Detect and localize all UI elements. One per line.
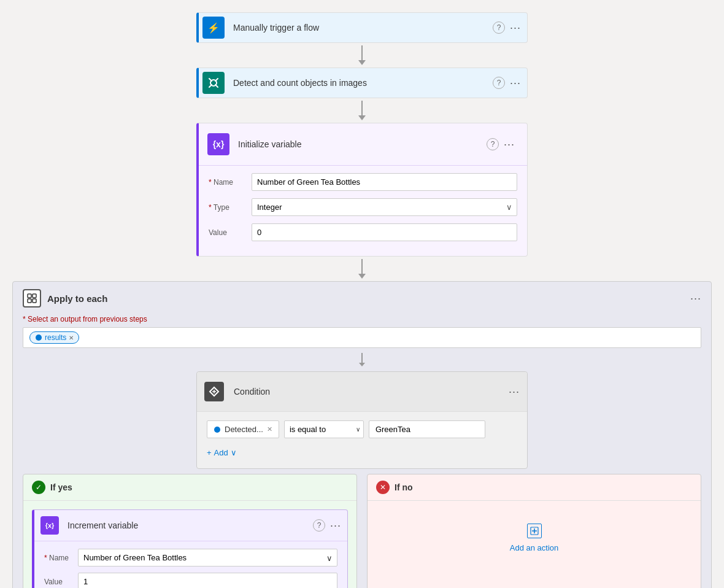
branch-yes: ✓ If yes {x} Increment variable ? ··· (23, 474, 357, 588)
value-field-label: Value (209, 228, 252, 237)
init-var-icon: {x} (207, 133, 229, 155)
condition-operator-wrap: is equal to is not equal to contains doe… (284, 420, 364, 438)
trigger-more-button[interactable]: ··· (510, 22, 521, 33)
increment-var-header: {x} Increment variable ? ··· (34, 510, 347, 541)
condition-more-button[interactable]: ··· (509, 386, 520, 397)
branch-no-icon: ✕ (376, 481, 390, 494)
trigger-help-button[interactable]: ? (493, 21, 505, 34)
branch-yes-header: ✓ If yes (23, 474, 356, 501)
detect-step: Detect and count objects in images ? ··· (196, 68, 528, 98)
name-field-row: Name (209, 173, 517, 191)
condition-operator-select[interactable]: is equal to is not equal to contains doe… (284, 420, 364, 438)
flow-canvas: ⚡ Manually trigger a flow ? ··· Detect (0, 0, 724, 588)
branch-no-header: ✕ If no (368, 474, 701, 501)
branch-no: ✕ If no (367, 474, 701, 588)
value-field-row: Value (209, 223, 517, 241)
output-box: results ✕ (23, 327, 701, 348)
condition-chip-close[interactable]: ✕ (267, 425, 272, 433)
init-var-title: Initialize variable (233, 131, 487, 158)
init-var-actions: ? ··· (487, 138, 521, 150)
type-field-label: Type (209, 203, 252, 212)
trigger-icon-wrap: ⚡ (199, 13, 228, 42)
inc-name-select[interactable]: Number of Green Tea Bottles (78, 549, 337, 567)
branch-yes-label: If yes (50, 482, 72, 492)
condition-body: Detected... ✕ is equal to is not equal t… (197, 412, 527, 468)
arrow-2 (358, 98, 366, 123)
inner-arrow-1-line (361, 353, 363, 363)
svg-point-8 (214, 427, 220, 433)
trigger-actions: ? ··· (493, 21, 527, 34)
condition-chip[interactable]: Detected... ✕ (207, 420, 279, 438)
branch-yes-body: {x} Increment variable ? ··· Name (23, 501, 356, 588)
svg-rect-4 (33, 299, 36, 303)
value-field-input[interactable] (252, 223, 517, 241)
apply-each-title: Apply to each (47, 293, 684, 304)
detect-label: Detect and count objects in images (228, 69, 493, 96)
apply-each-container: Apply to each ··· * Select an output fro… (12, 281, 712, 588)
svg-rect-1 (28, 294, 31, 298)
increment-var-help-button[interactable]: ? (313, 519, 325, 532)
inc-name-label: Name (44, 554, 78, 562)
increment-var-title: Increment variable (64, 520, 308, 530)
branches-container: ✓ If yes {x} Increment variable ? ··· (23, 474, 701, 588)
inc-name-select-wrap: Number of Green Tea Bottles ∨ (78, 549, 337, 567)
svg-rect-2 (33, 294, 36, 298)
increment-var-icon: {x} (40, 516, 59, 535)
increment-var-more-button[interactable]: ··· (330, 520, 341, 531)
detect-icon-wrap (199, 68, 228, 98)
no-add-action-label: Add an action (510, 543, 559, 552)
condition-icon (204, 382, 224, 401)
init-var-help-button[interactable]: ? (487, 138, 499, 150)
inc-value-field-row: Value (44, 573, 337, 588)
condition-add-button[interactable]: + Add ∨ (207, 446, 237, 460)
inner-arrow-1-head (359, 363, 365, 366)
condition-row-1: Detected... ✕ is equal to is not equal t… (207, 420, 517, 438)
init-var-header: {x} Initialize variable ? ··· (199, 123, 527, 166)
detect-actions: ? ··· (493, 77, 527, 89)
results-tag: results ✕ (29, 331, 79, 344)
apply-each-header: Apply to each ··· (13, 282, 711, 315)
results-tag-close[interactable]: ✕ (69, 335, 74, 341)
detect-more-button[interactable]: ··· (510, 77, 521, 88)
apply-each-body: * Select an output from previous steps r… (13, 315, 711, 588)
condition-add-chevron: ∨ (231, 448, 237, 457)
svg-rect-3 (28, 299, 31, 303)
init-var-more-button[interactable]: ··· (504, 139, 515, 150)
condition-header: Condition ··· (197, 372, 527, 412)
branch-no-body: Add an action (368, 501, 701, 574)
branch-no-label: If no (395, 482, 413, 492)
init-var-icon-wrap: {x} (204, 130, 233, 159)
detect-help-button[interactable]: ? (493, 77, 505, 89)
apply-each-more-button[interactable]: ··· (690, 293, 701, 304)
type-field-row: Type Integer String Boolean Float Array … (209, 198, 517, 216)
type-field-select[interactable]: Integer String Boolean Float Array Objec… (252, 198, 517, 216)
condition-add-label: Add (214, 448, 228, 457)
init-var-step: {x} Initialize variable ? ··· Name Type … (196, 123, 528, 257)
arrow-1 (358, 43, 366, 68)
increment-var-body: Name Number of Green Tea Bottles ∨ (34, 541, 347, 588)
init-var-body: Name Type Integer String Boolean Float A… (199, 166, 527, 256)
increment-var-card: {x} Increment variable ? ··· Name (32, 509, 348, 588)
trigger-label: Manually trigger a flow (228, 14, 493, 41)
name-field-label: Name (209, 178, 252, 187)
trigger-icon: ⚡ (202, 17, 225, 39)
no-add-action-button[interactable]: Add an action (376, 519, 692, 557)
condition-chip-label: Detected... (225, 425, 263, 434)
condition-card: Condition ··· Detected... ✕ is equal to (196, 371, 528, 469)
name-field-input[interactable] (252, 173, 517, 191)
trigger-step: ⚡ Manually trigger a flow ? ··· (196, 12, 528, 43)
condition-title: Condition (229, 378, 504, 405)
condition-add-plus: + (207, 448, 212, 457)
type-field-select-wrap: Integer String Boolean Float Array Objec… (252, 198, 517, 216)
output-label: * Select an output from previous steps (23, 315, 701, 323)
inc-value-input[interactable] (78, 573, 337, 588)
results-tag-label: results (45, 333, 66, 342)
svg-point-5 (36, 335, 42, 341)
condition-value-input[interactable] (369, 420, 485, 438)
inc-value-label: Value (44, 578, 78, 586)
branch-yes-icon: ✓ (32, 481, 45, 494)
no-add-action-icon (527, 524, 542, 538)
arrow-3 (358, 257, 366, 281)
detect-icon (202, 72, 225, 94)
inc-name-field-row: Name Number of Green Tea Bottles ∨ (44, 549, 337, 567)
